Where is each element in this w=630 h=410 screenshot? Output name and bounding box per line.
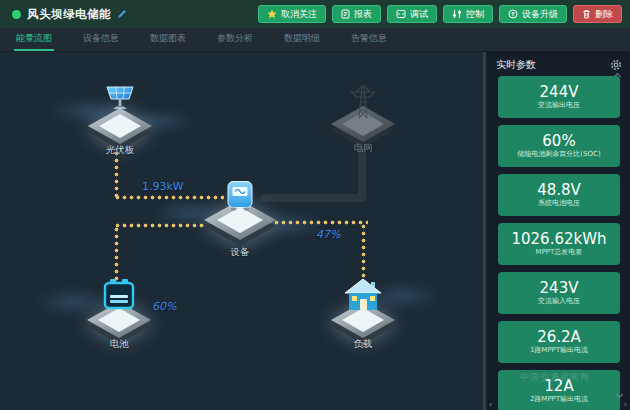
- flow-device-to-load: [266, 220, 368, 225]
- param-card-ac-input-voltage: 243V 交流输入电压: [498, 272, 620, 314]
- sliders-icon: [452, 9, 462, 19]
- param-label: 交流输入电压: [538, 297, 580, 306]
- flow-label-load-percent: 47%: [316, 228, 340, 241]
- sidebar-header: 实时参数: [496, 58, 622, 72]
- param-value: 1026.62kWh: [511, 231, 606, 248]
- node-label: 负载: [321, 338, 405, 351]
- debug-label: 调试: [410, 8, 428, 21]
- param-value: 244V: [540, 84, 579, 101]
- node-solar-panel[interactable]: 光伏板: [78, 84, 162, 118]
- tab-alarm-info[interactable]: 告警信息: [349, 28, 389, 51]
- settings-button[interactable]: [610, 59, 622, 71]
- flow-label-solar-power: 1.93kW: [142, 180, 184, 193]
- node-label: 电网: [321, 142, 405, 155]
- flow-device-to-load: [361, 223, 366, 283]
- battery-icon: [77, 278, 161, 310]
- energy-flow-canvas: 1.93kW 47% 60%: [0, 52, 484, 410]
- star-icon: [267, 9, 277, 19]
- node-load[interactable]: 负载: [321, 278, 405, 312]
- tab-energy-flow[interactable]: 能量流图: [14, 28, 54, 51]
- house-load-icon: [321, 278, 405, 312]
- param-label: MPPT总发电量: [536, 248, 583, 257]
- report-button[interactable]: 报表: [332, 5, 381, 23]
- node-battery[interactable]: 电池: [77, 278, 161, 310]
- param-card-soc: 60% 储能电池剩余百分比(SOC): [498, 125, 620, 167]
- scroll-right-arrow[interactable]: ›: [624, 401, 627, 409]
- node-label: 电池: [77, 338, 161, 351]
- control-button[interactable]: 控制: [443, 5, 493, 23]
- upgrade-label: 设备升级: [522, 8, 558, 21]
- edit-title-button[interactable]: [117, 9, 127, 19]
- scroll-left-arrow[interactable]: ‹: [489, 401, 492, 409]
- tab-data-details[interactable]: 数据明细: [282, 28, 322, 51]
- battery-soc-label: 60%: [152, 300, 176, 313]
- flow-device-to-battery: [114, 223, 214, 228]
- pencil-icon: [117, 9, 127, 19]
- trash-icon: [582, 9, 591, 19]
- debug-button[interactable]: 调试: [387, 5, 437, 23]
- sidebar-scrollbar[interactable]: [483, 52, 486, 410]
- delete-label: 删除: [595, 8, 613, 21]
- tab-parameter-analysis[interactable]: 参数分析: [215, 28, 255, 51]
- node-label: 设备: [198, 246, 282, 259]
- upgrade-icon: [508, 9, 518, 19]
- flow-solar-to-device: [114, 150, 119, 200]
- node-label: 光伏板: [78, 144, 162, 157]
- debug-icon: [396, 9, 406, 19]
- gear-icon: [610, 59, 622, 71]
- param-label: 系统电池电压: [538, 199, 580, 208]
- inverter-device-icon: [198, 180, 282, 212]
- node-grid[interactable]: 电网: [321, 82, 405, 120]
- solar-panel-icon: [78, 84, 162, 118]
- transmission-tower-icon: [321, 82, 405, 120]
- param-card-mppt-total-energy: 1026.62kWh MPPT总发电量: [498, 223, 620, 265]
- unfollow-label: 取消关注: [281, 8, 317, 21]
- realtime-params-panel: 实时参数 244V 交流输出电压 60% 储能电池剩余百分比(SOC) 48.8…: [486, 52, 630, 410]
- param-card-mppt1-current: 26.2A 1路MPPT输出电流: [498, 321, 620, 363]
- horizontal-scrollbar[interactable]: ‹ ›: [489, 400, 627, 409]
- node-device[interactable]: 设备: [198, 180, 282, 212]
- sidebar-title: 实时参数: [496, 58, 536, 72]
- header-bar: 风头坝绿电储能 取消关注 报表 调试: [0, 0, 630, 28]
- param-card-ac-output-voltage: 244V 交流输出电压: [498, 76, 620, 118]
- param-value: 48.8V: [537, 182, 581, 199]
- param-value: 26.2A: [537, 329, 581, 346]
- param-label: 1路MPPT输出电流: [530, 346, 588, 355]
- param-card-battery-voltage: 48.8V 系统电池电压: [498, 174, 620, 216]
- unfollow-button[interactable]: 取消关注: [258, 5, 326, 23]
- param-label: 储能电池剩余百分比(SOC): [517, 150, 600, 159]
- header-actions: 取消关注 报表 调试 控制: [258, 5, 622, 23]
- report-icon: [341, 9, 350, 19]
- energy-dashboard: 风头坝绿电储能 取消关注 报表 调试: [0, 0, 630, 410]
- page-title: 风头坝绿电储能: [27, 7, 111, 22]
- tab-data-charts[interactable]: 数据图表: [148, 28, 188, 51]
- param-value: 60%: [542, 133, 575, 150]
- tab-bar: 能量流图 设备信息 数据图表 参数分析 数据明细 告警信息: [0, 28, 630, 52]
- flow-device-to-battery: [114, 226, 119, 284]
- report-label: 报表: [354, 8, 372, 21]
- tab-device-info[interactable]: 设备信息: [81, 28, 121, 51]
- param-value: 12A: [544, 378, 573, 395]
- param-label: 交流输出电压: [538, 101, 580, 110]
- delete-button[interactable]: 删除: [573, 5, 622, 23]
- control-label: 控制: [466, 8, 484, 21]
- status-dot: [12, 10, 21, 19]
- device-upgrade-button[interactable]: 设备升级: [499, 5, 567, 23]
- param-value: 243V: [540, 280, 579, 297]
- param-card-list: 244V 交流输出电压 60% 储能电池剩余百分比(SOC) 48.8V 系统电…: [498, 76, 620, 410]
